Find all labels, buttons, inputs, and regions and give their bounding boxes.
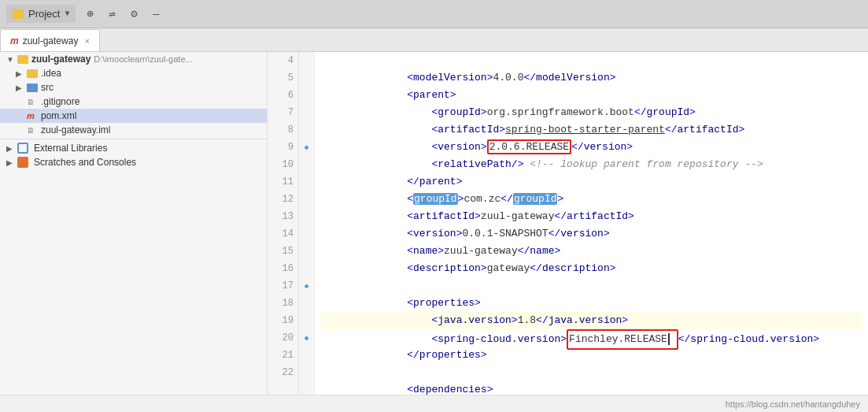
- gutter-11: [299, 173, 314, 191]
- code-line-4: <modelVersion>4.0.0</modelVersion>: [321, 52, 862, 69]
- project-label: Project: [28, 8, 60, 20]
- code-editor[interactable]: 4 5 6 7 8 9 10 11 12 13 14 15 16 17 18 1…: [268, 52, 868, 395]
- ln-10: 10: [272, 156, 294, 173]
- bottom-bar: https://blog.csdn.net/hantangduhey: [0, 395, 868, 412]
- ln-21: 21: [272, 347, 294, 364]
- tree-separator: [0, 139, 267, 139]
- ln-4: 4: [272, 52, 294, 69]
- gutter-14: [299, 225, 314, 243]
- code-lines: <modelVersion>4.0.0</modelVersion> <pare…: [315, 52, 868, 395]
- code-line-17: <properties>: [321, 277, 862, 295]
- gutter-13: [299, 208, 314, 225]
- ln-11: 11: [272, 173, 294, 191]
- root-label: zuul-gateway: [31, 54, 90, 65]
- ln-16: 16: [272, 260, 294, 277]
- watermark-text: https://blog.csdn.net/hantangduhey: [726, 399, 860, 409]
- src-label: src: [41, 82, 54, 93]
- ln-7: 7: [272, 104, 294, 121]
- text-cursor: [668, 333, 676, 345]
- gutter-10: [299, 156, 314, 173]
- gutter-4: [299, 52, 314, 69]
- iml-label: zuul-gateway.iml: [41, 124, 110, 135]
- top-bar: Project ▼ ⊕ ⇌ ⚙ —: [0, 0, 868, 28]
- sidebar-root[interactable]: ▼ zuul-gateway D:\imooclearn\zuul-gate..…: [0, 52, 267, 66]
- idea-folder-icon: [27, 69, 38, 78]
- ln-17: 17: [272, 277, 294, 295]
- add-icon[interactable]: ⊕: [82, 6, 98, 22]
- ln-12: 12: [272, 191, 294, 208]
- idea-arrow-icon: ▶: [16, 69, 24, 78]
- sidebar-item-pomxml[interactable]: m pom.xml: [0, 109, 267, 123]
- ln-5: 5: [272, 69, 294, 87]
- sidebar-item-idea[interactable]: ▶ .idea: [0, 66, 267, 80]
- sidebar-item-src[interactable]: ▶ src: [0, 80, 267, 95]
- gutter-16: [299, 260, 314, 277]
- tab-label: zuul-gateway: [23, 35, 79, 46]
- sidebar-item-gitignore[interactable]: 🗎 .gitignore: [0, 95, 267, 109]
- gutter-9: ◆: [299, 139, 314, 156]
- ln-15: 15: [272, 243, 294, 260]
- ln-19: 19: [272, 312, 294, 329]
- gutter-21: [299, 347, 314, 364]
- ext-lib-arrow-icon: ▶: [6, 144, 14, 153]
- spring-cloud-version-highlight: Finchley.RELEASE: [567, 329, 678, 350]
- tab-close-icon[interactable]: ×: [84, 36, 89, 46]
- sidebar-item-iml[interactable]: 🗎 zuul-gateway.iml: [0, 123, 267, 137]
- gitignore-label: .gitignore: [41, 96, 79, 107]
- tab-bar: m zuul-gateway ×: [0, 28, 868, 52]
- pomxml-label: pom.xml: [41, 110, 76, 121]
- gutter-7: [299, 104, 314, 121]
- sync-icon[interactable]: ⇌: [104, 6, 120, 22]
- gitignore-icon: 🗎: [27, 98, 38, 106]
- src-arrow-icon: ▶: [16, 84, 24, 92]
- ln-14: 14: [272, 225, 294, 243]
- gutter-12: [299, 191, 314, 208]
- ln-20: 20: [272, 329, 294, 347]
- gutter-19: [299, 312, 314, 329]
- sidebar: ▼ zuul-gateway D:\imooclearn\zuul-gate..…: [0, 52, 268, 395]
- project-folder-icon: [13, 9, 24, 19]
- ln-13: 13: [272, 208, 294, 225]
- ln-6: 6: [272, 87, 294, 104]
- gutter-22: [299, 364, 314, 381]
- ln-8: 8: [272, 121, 294, 139]
- ln-18: 18: [272, 295, 294, 312]
- tab-pom-xml[interactable]: m zuul-gateway ×: [0, 29, 100, 51]
- version-highlight: 2.0.6.RELEASE: [487, 139, 571, 154]
- scratches-label: Scratches and Consoles: [34, 157, 136, 168]
- project-selector[interactable]: Project ▼: [6, 5, 76, 23]
- pom-m-icon: m: [27, 111, 38, 121]
- iml-icon: 🗎: [27, 126, 38, 135]
- src-folder-icon: [27, 84, 38, 92]
- gutter-5: [299, 69, 314, 87]
- gutter-15: [299, 243, 314, 260]
- groupid-highlight: groupId: [413, 193, 458, 205]
- idea-label: .idea: [41, 68, 61, 79]
- dropdown-arrow-icon: ▼: [65, 9, 69, 18]
- gutter-17: ◆: [299, 277, 314, 295]
- scratch-icon: [17, 157, 28, 168]
- code-gutter: ◆ ◆ ◆: [299, 52, 315, 395]
- code-content: 4 5 6 7 8 9 10 11 12 13 14 15 16 17 18 1…: [268, 52, 868, 395]
- gutter-20: ◆: [299, 329, 314, 347]
- pom-file-icon: m: [10, 35, 19, 46]
- code-line-22: <dependencies>: [321, 364, 862, 381]
- ln-22: 22: [272, 364, 294, 381]
- toolbar-icons: ⊕ ⇌ ⚙ —: [82, 6, 164, 22]
- minimize-icon[interactable]: —: [148, 6, 164, 22]
- sidebar-item-external-libraries[interactable]: ▶ External Libraries: [0, 141, 267, 155]
- gutter-8: [299, 121, 314, 139]
- settings-icon[interactable]: ⚙: [126, 6, 142, 22]
- ln-9: 9: [272, 139, 294, 156]
- sidebar-item-scratches[interactable]: ▶ Scratches and Consoles: [0, 155, 267, 169]
- root-folder-icon: [17, 55, 28, 64]
- root-arrow-icon: ▼: [6, 55, 14, 64]
- ext-lib-icon: [17, 143, 28, 154]
- line-numbers: 4 5 6 7 8 9 10 11 12 13 14 15 16 17 18 1…: [268, 52, 299, 395]
- root-path: D:\imooclearn\zuul-gate...: [94, 54, 192, 64]
- gutter-18: [299, 295, 314, 312]
- scratch-arrow-icon: ▶: [6, 158, 14, 167]
- gutter-6: [299, 87, 314, 104]
- ext-lib-label: External Libraries: [34, 143, 107, 154]
- main-content: ▼ zuul-gateway D:\imooclearn\zuul-gate..…: [0, 52, 868, 395]
